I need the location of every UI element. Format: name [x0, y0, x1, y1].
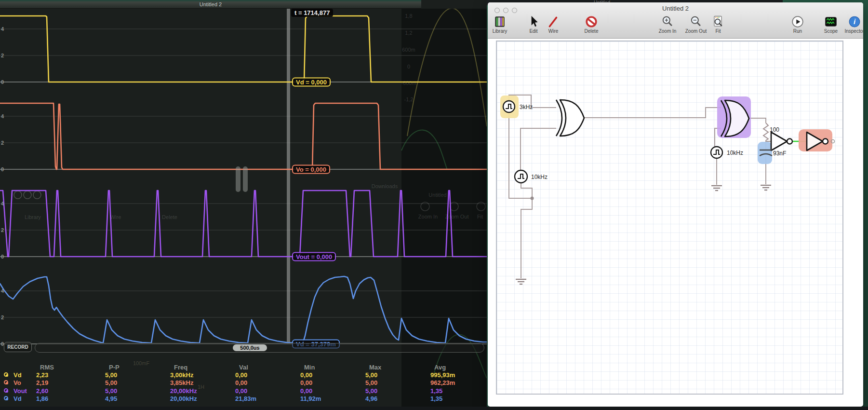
table-cell: 5,00: [105, 379, 117, 386]
toolbar-button-wire[interactable]: Wire: [538, 15, 569, 34]
table-cell: 995,93m: [430, 371, 455, 379]
toolbar-button-run[interactable]: Run: [782, 15, 813, 34]
table-cell: 962,23m: [430, 379, 455, 386]
wire-icon: [547, 15, 560, 28]
table-cell: 3,85kHz: [170, 379, 193, 386]
table-cell: 2,23: [36, 371, 48, 379]
ghost-text: Library: [25, 214, 41, 220]
axis-tick-label: 4: [1, 288, 4, 294]
table-row-name[interactable]: Vd: [13, 371, 22, 379]
square-source-10khz[interactable]: [515, 170, 527, 183]
table-header: Val: [239, 364, 248, 371]
axis-tick-label: 2: [1, 314, 4, 320]
table-header: Avg: [434, 364, 446, 371]
resistor[interactable]: [763, 123, 768, 140]
toolbar-button-label: Edit: [529, 28, 537, 34]
desktop: Untitled Untitled 2 t = 1714,877 4204204…: [0, 0, 868, 410]
table-cell: 1,35: [430, 395, 442, 402]
toolbar-button-fit[interactable]: Fit: [703, 15, 734, 34]
capacitor-label: 93nF: [773, 150, 786, 157]
axis-tick-label: 4: [1, 26, 4, 32]
inverter-1[interactable]: [771, 132, 792, 150]
table-cell: 1,86: [36, 395, 48, 402]
zoom-in-icon: [661, 15, 674, 28]
toolbar-button-library[interactable]: Library: [488, 15, 515, 34]
axis-tick-label: 0: [1, 166, 4, 172]
components[interactable]: [503, 100, 835, 284]
ghost-axis-label: 0: [407, 64, 410, 69]
square-source-10khz-2[interactable]: [711, 147, 722, 158]
toolbar-button-zoom-in[interactable]: Zoom In: [652, 15, 683, 34]
circuit-window: Untitled 2 LibraryEditWireDeleteZoom InZ…: [488, 2, 863, 407]
ghost-text: Wire: [110, 214, 121, 220]
circuit-window-titlebar[interactable]: Untitled 2 LibraryEditWireDeleteZoom InZ…: [488, 2, 863, 39]
timebase-value[interactable]: 500,0us: [233, 344, 267, 351]
zoom-out-icon: [690, 15, 702, 28]
library-icon: [494, 15, 506, 28]
trace-dot-icon: [4, 396, 8, 400]
measurement-table: RMSP-PFreqValMinMaxAvgVd2,235,003,00kHz0…: [0, 353, 487, 399]
toolbar-button-inspector[interactable]: iInspector: [839, 15, 863, 34]
axis-tick-label: 2: [1, 227, 4, 233]
inspector-icon: i: [848, 15, 861, 28]
axis-tick-label: 4: [1, 201, 4, 206]
fit-icon: [712, 15, 724, 28]
source1-label: 3kHz: [520, 104, 533, 110]
table-cell: 0,00: [235, 387, 247, 395]
trace-dot-icon: [4, 372, 8, 377]
ghost-text: Downloads: [372, 183, 398, 189]
ghost-text: Delete: [162, 214, 177, 220]
record-button[interactable]: RECORD: [4, 342, 32, 352]
table-header: P-P: [109, 364, 120, 371]
ghost-text: Fit: [477, 214, 483, 219]
table-cell: 5,00: [105, 371, 117, 379]
table-cell: 11,92m: [300, 395, 321, 402]
axis-tick-label: 2: [1, 140, 4, 146]
table-cell: 2,60: [36, 387, 48, 395]
table-cell: 2,19: [36, 379, 48, 386]
table-row-name[interactable]: Vo: [13, 379, 21, 386]
table-cell: 0,00: [235, 371, 247, 379]
table-cell: 0,00: [235, 379, 247, 386]
ghost-text: Zoom Out: [445, 214, 469, 219]
table-cell: 21,83m: [235, 395, 256, 402]
axis-tick-label: 2: [1, 53, 4, 58]
square-source-3khz[interactable]: [503, 101, 515, 112]
table-cell: 4,96: [365, 395, 377, 402]
table-cell: 0,00: [300, 371, 312, 379]
table-cell: 20,00kHz: [170, 387, 197, 395]
time-cursor-label[interactable]: t = 1714,877: [291, 9, 333, 17]
ghost-axis-label: 600m: [402, 47, 415, 53]
run-icon: [791, 15, 804, 28]
delete-icon: [585, 15, 598, 28]
circuit-schematic: 3kHz 10kHz 10kHz 100 93nF: [497, 41, 844, 396]
pause-icon: [236, 166, 240, 192]
table-cell: 0,00: [300, 379, 312, 386]
table-cell: 5,00: [105, 387, 117, 395]
toolbar-button-delete[interactable]: Delete: [576, 15, 607, 34]
circuit-canvas[interactable]: 3kHz 10kHz 10kHz 100 93nF: [496, 41, 843, 395]
toolbar-button-label: Run: [793, 28, 802, 34]
capacitor-highlight: [758, 142, 772, 164]
timebase-slider[interactable]: 500,0us: [35, 343, 484, 353]
scope-window-title: Untitled 2: [200, 1, 222, 7]
toolbar-button-label: Scope: [824, 28, 838, 34]
axis-tick-label: 0: [1, 79, 4, 85]
desktop-bottom-strip: [0, 407, 868, 410]
table-cell: 1,35: [430, 387, 442, 395]
table-cell: 20,00kHz: [170, 395, 197, 402]
table-header: RMS: [40, 364, 54, 371]
ghost-axis-label: -1,2: [404, 96, 414, 102]
table-row-name[interactable]: Vd: [13, 395, 22, 402]
table-row-name[interactable]: Vout: [13, 387, 27, 395]
xor-gate-1[interactable]: [556, 100, 584, 136]
axis-tick-label: 0: [1, 254, 4, 260]
trace-value-label: Vout = 0,000: [292, 252, 336, 261]
ghost-axis-label: 1,2: [405, 30, 412, 36]
source3-label: 10kHz: [727, 150, 743, 156]
scope-icon: [825, 15, 837, 28]
scope-window-titlebar[interactable]: Untitled 2: [0, 0, 421, 9]
toolbar-button-label: Inspector: [844, 28, 863, 34]
resistor-label: 100: [770, 126, 779, 133]
ghost-axis-label: 1,8: [405, 13, 412, 19]
